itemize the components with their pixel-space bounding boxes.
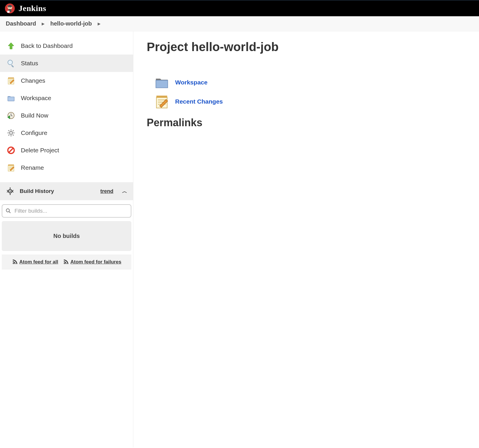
feed-label: Atom feed for failures — [70, 259, 121, 265]
gear-icon — [6, 128, 16, 138]
svg-rect-6 — [11, 65, 14, 67]
sidebar: Back to Dashboard Status Changes Workspa… — [0, 31, 133, 447]
sidebar-item-build-now[interactable]: Build Now — [0, 107, 133, 124]
breadcrumbs: Dashboard ▶ hello-world-job ▶ — [0, 16, 479, 31]
svg-line-22 — [8, 135, 9, 136]
feed-label: Atom feed for all — [19, 259, 58, 265]
workspace-link[interactable]: Workspace — [175, 79, 208, 86]
sidebar-item-label: Status — [21, 60, 38, 67]
svg-line-23 — [13, 130, 14, 131]
page-title: Project hello-world-job — [147, 40, 466, 54]
folder-icon — [154, 74, 170, 91]
svg-point-3 — [10, 7, 11, 8]
feed-row: Atom feed for all Atom feed for failures — [2, 254, 131, 270]
svg-line-20 — [8, 130, 9, 131]
up-arrow-icon — [6, 41, 16, 50]
breadcrumb-dashboard[interactable]: Dashboard — [6, 20, 36, 27]
jenkins-logo-icon — [5, 3, 15, 14]
magnifier-icon — [6, 59, 16, 68]
svg-point-2 — [9, 7, 9, 8]
logo-wrap[interactable]: Jenkins — [5, 3, 46, 14]
chevron-up-icon[interactable]: ︿ — [122, 188, 127, 195]
recent-changes-link[interactable]: Recent Changes — [175, 98, 223, 105]
sidebar-item-delete[interactable]: Delete Project — [0, 142, 133, 159]
search-icon — [6, 208, 11, 214]
recent-changes-link-row[interactable]: Recent Changes — [154, 93, 466, 110]
no-entry-icon — [6, 146, 16, 155]
atom-feed-failures-link[interactable]: Atom feed for failures — [63, 259, 121, 265]
brand-title: Jenkins — [19, 4, 46, 13]
svg-point-15 — [10, 131, 12, 134]
svg-line-36 — [9, 212, 10, 213]
sidebar-item-label: Configure — [21, 129, 47, 136]
svg-rect-40 — [156, 96, 167, 98]
sidebar-item-label: Rename — [21, 164, 44, 171]
filter-builds-input[interactable] — [2, 204, 131, 218]
notepad-icon — [154, 93, 170, 110]
workspace-link-row[interactable]: Workspace — [154, 74, 466, 91]
chevron-right-icon: ▶ — [98, 22, 100, 26]
main-panel: Project hello-world-job Workspace Recent… — [133, 31, 479, 447]
notepad-edit-icon — [6, 163, 16, 172]
build-history-header: Build History trend ︿ — [0, 182, 133, 200]
notepad-icon — [6, 76, 16, 85]
sidebar-item-back[interactable]: Back to Dashboard — [0, 37, 133, 55]
top-bar: Jenkins — [0, 0, 479, 16]
svg-point-37 — [13, 263, 14, 264]
sidebar-item-label: Back to Dashboard — [21, 42, 73, 49]
sidebar-item-configure[interactable]: Configure — [0, 124, 133, 142]
rss-icon — [12, 259, 18, 265]
folder-icon — [6, 93, 16, 103]
permalinks-heading: Permalinks — [147, 117, 466, 129]
svg-point-38 — [64, 263, 65, 264]
atom-feed-all-link[interactable]: Atom feed for all — [12, 259, 58, 265]
no-builds-message: No builds — [2, 221, 131, 251]
rss-icon — [63, 259, 69, 265]
svg-rect-27 — [8, 165, 14, 166]
sidebar-item-changes[interactable]: Changes — [0, 72, 133, 89]
sidebar-item-label: Changes — [21, 77, 45, 84]
build-history-icon — [6, 187, 14, 196]
trend-link[interactable]: trend — [100, 188, 113, 194]
svg-point-32 — [10, 191, 11, 192]
svg-rect-4 — [7, 11, 10, 13]
sidebar-item-rename[interactable]: Rename — [0, 159, 133, 176]
sidebar-item-status[interactable]: Status — [0, 55, 133, 72]
svg-line-21 — [13, 135, 14, 136]
svg-point-5 — [8, 60, 12, 65]
breadcrumb-job[interactable]: hello-world-job — [50, 20, 92, 27]
clock-play-icon — [6, 111, 16, 120]
build-history-title: Build History — [20, 188, 95, 194]
svg-point-35 — [6, 209, 10, 212]
chevron-right-icon: ▶ — [42, 22, 44, 26]
sidebar-item-label: Build Now — [21, 112, 48, 119]
sidebar-item-workspace[interactable]: Workspace — [0, 89, 133, 107]
sidebar-item-label: Workspace — [21, 95, 51, 102]
svg-rect-8 — [8, 77, 14, 79]
sidebar-item-label: Delete Project — [21, 147, 59, 154]
